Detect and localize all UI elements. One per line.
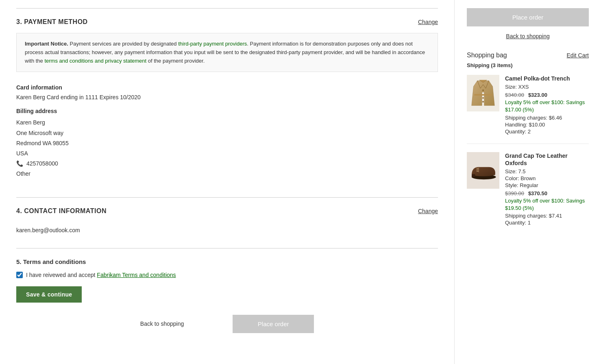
terms-title: 5. Terms and conditions — [16, 258, 438, 265]
product-color-shoe: Color: Brown — [505, 175, 589, 181]
payment-notice: Important Notice. Payment services are p… — [16, 33, 438, 72]
payment-divider — [16, 197, 438, 198]
card-info-section: Card information Karen Berg Card ending … — [16, 84, 438, 187]
top-divider — [16, 8, 438, 9]
price-original-shoe: $390.00 — [505, 190, 524, 196]
loyalty-shoe: Loyalty 5% off over $100: Savings $19.50… — [505, 197, 589, 212]
billing-city: Redmond WA 98055 — [16, 138, 438, 148]
product-image-coat — [467, 75, 499, 111]
place-order-button-top[interactable]: Place order — [467, 8, 589, 26]
terms-section: 5. Terms and conditions I have reivewed … — [16, 258, 438, 303]
edit-cart-link[interactable]: Edit Cart — [567, 52, 589, 59]
back-to-shopping-link-bottom[interactable]: Back to shopping — [140, 320, 184, 327]
product-image-shoe — [467, 152, 499, 189]
billing-label: Billing address — [16, 108, 438, 114]
notice-bold: Important Notice. — [25, 41, 68, 47]
back-to-shopping-link-sidebar[interactable]: Back to shopping — [467, 33, 589, 39]
product-item-shoe: Grand Cap Toe Leather Oxfords Size: 7.5 … — [467, 152, 589, 235]
billing-type: Other — [16, 169, 438, 179]
contact-email: karen.berg@outlook.com — [16, 222, 438, 238]
payment-section-header: 3. PAYMENT METHOD Change — [16, 18, 438, 26]
svg-point-2 — [482, 97, 484, 99]
shopping-bag-header: Shopping bag Edit Cart — [467, 52, 589, 59]
notice-link-terms[interactable]: terms and conditions and privacy stateme… — [44, 58, 146, 64]
shopping-bag-title: Shopping bag — [467, 52, 507, 59]
shipping-shoe: Shipping charges: $7.41 — [505, 213, 589, 219]
main-content: 3. PAYMENT METHOD Change Important Notic… — [0, 0, 455, 364]
svg-rect-5 — [472, 174, 475, 177]
product-price-coat: $340.00 $323.00 — [505, 92, 589, 98]
page-wrapper: 3. PAYMENT METHOD Change Important Notic… — [0, 0, 601, 364]
price-sale-coat: $323.00 — [528, 92, 547, 98]
loyalty-coat: Loyalty 5% off over $100: Savings $17.00… — [505, 99, 589, 113]
svg-rect-0 — [474, 94, 492, 96]
terms-row: I have reivewed and accept Fabrikam Term… — [16, 272, 438, 278]
svg-point-1 — [482, 89, 484, 91]
phone-icon: 📞 — [16, 159, 23, 169]
card-info-label: Card information — [16, 84, 438, 91]
handling-coat: Handling: $10.00 — [505, 122, 589, 128]
billing-address: Karen Berg One Microsoft way Redmond WA … — [16, 118, 438, 179]
billing-address1: One Microsoft way — [16, 128, 438, 138]
contact-section-header: 4. CONTACT INFORMATION Change — [16, 207, 438, 215]
billing-name: Karen Berg — [16, 118, 438, 128]
product-name-shoe: Grand Cap Toe Leather Oxfords — [505, 152, 589, 167]
billing-phone: 📞 4257058000 — [16, 159, 438, 169]
contact-change-link[interactable]: Change — [418, 208, 438, 214]
shipping-coat: Shipping charges: $6.46 — [505, 115, 589, 121]
shipping-count: Shipping (3 items) — [467, 62, 589, 68]
save-continue-button[interactable]: Save & continue — [16, 286, 82, 303]
bottom-bar: Back to shopping Place order — [16, 303, 438, 337]
contact-title: 4. CONTACT INFORMATION — [16, 207, 107, 215]
sidebar: Place order Back to shopping Shopping ba… — [455, 0, 601, 364]
billing-country: USA — [16, 148, 438, 159]
terms-text: I have reivewed and accept Fabrikam Term… — [26, 272, 176, 278]
card-info-text: Karen Berg Card ending in 1111 Expires 1… — [16, 94, 438, 100]
price-original-coat: $340.00 — [505, 92, 524, 98]
product-size-shoe: Size: 7.5 — [505, 168, 589, 174]
product-details-shoe: Grand Cap Toe Leather Oxfords Size: 7.5 … — [505, 152, 589, 227]
contact-divider — [16, 248, 438, 248]
price-sale-shoe: $370.50 — [528, 190, 547, 196]
product-style-shoe: Style: Regular — [505, 182, 589, 188]
svg-point-3 — [482, 101, 484, 102]
qty-shoe: Quantity: 1 — [505, 220, 589, 226]
terms-checkbox[interactable] — [16, 272, 23, 278]
place-order-button-bottom[interactable]: Place order — [233, 315, 314, 333]
payment-title: 3. PAYMENT METHOD — [16, 18, 88, 26]
product-name-coat: Camel Polka-dot Trench — [505, 75, 589, 82]
product-details-coat: Camel Polka-dot Trench Size: XXS $340.00… — [505, 75, 589, 135]
product-size-coat: Size: XXS — [505, 84, 589, 90]
qty-coat: Quantity: 2 — [505, 129, 589, 135]
product-item-coat: Camel Polka-dot Trench Size: XXS $340.00… — [467, 75, 589, 144]
payment-change-link[interactable]: Change — [418, 19, 438, 25]
notice-link-providers[interactable]: third-party payment providers — [178, 41, 247, 47]
notice-text: Payment services are provided by designa… — [25, 41, 425, 64]
product-price-shoe: $390.00 $370.50 — [505, 190, 589, 196]
terms-link[interactable]: Fabrikam Terms and conditions — [97, 272, 176, 278]
